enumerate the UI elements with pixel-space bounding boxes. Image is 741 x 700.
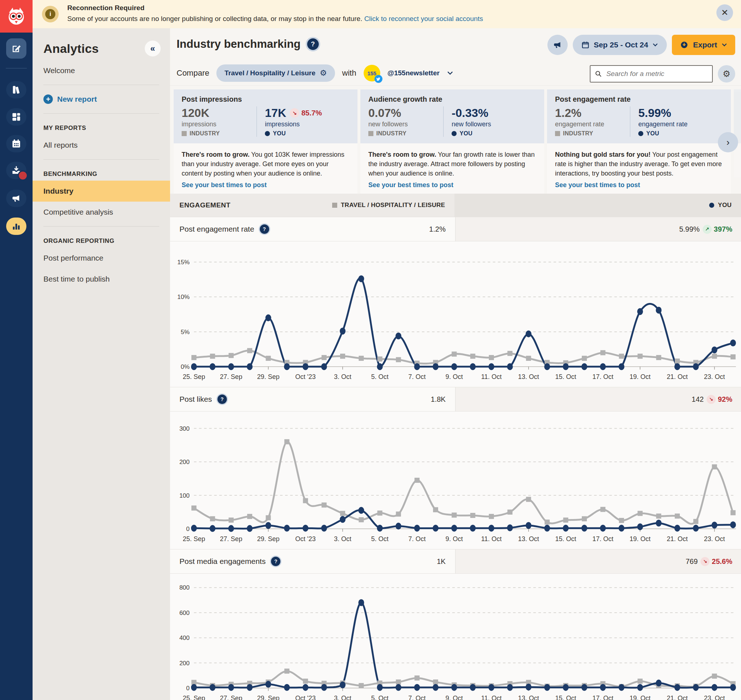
hootsuite-logo[interactable] <box>0 0 32 32</box>
change-value: 85.7% <box>301 109 322 117</box>
chevron-right-icon: › <box>726 137 730 148</box>
best-posts-link[interactable]: See your best times to post <box>555 180 723 190</box>
sidebar-divider <box>43 226 159 226</box>
you-value: -0.33% <box>452 106 536 120</box>
svg-text:7. Oct: 7. Oct <box>408 694 426 700</box>
inbox-nav-button[interactable] <box>6 162 26 179</box>
sidebar-divider <box>43 85 159 85</box>
industry-value: 120K <box>182 106 257 120</box>
svg-text:400: 400 <box>179 634 189 641</box>
industry-unit: new followers <box>368 121 443 128</box>
svg-text:29. Sep: 29. Sep <box>257 535 279 543</box>
svg-text:13. Oct: 13. Oct <box>518 535 539 543</box>
industry-unit: engagement rate <box>555 121 630 128</box>
svg-text:5. Oct: 5. Oct <box>371 535 389 543</box>
cards-next-button[interactable]: › <box>718 132 738 152</box>
compare-label: Compare <box>176 68 209 78</box>
avatar-text: 155 <box>367 70 376 76</box>
svg-text:21. Oct: 21. Oct <box>667 373 688 380</box>
metrics-settings-button[interactable]: ⚙ <box>718 65 735 82</box>
svg-text:Oct '23: Oct '23 <box>295 373 315 380</box>
svg-text:100: 100 <box>179 492 189 499</box>
rail-divider <box>6 68 27 68</box>
megaphone-icon <box>11 193 21 203</box>
date-range-picker[interactable]: Sep 25 - Oct 24 <box>573 35 667 55</box>
svg-text:9. Oct: 9. Oct <box>445 373 463 380</box>
account-avatar[interactable]: 155 <box>364 65 380 81</box>
question-icon: ? <box>307 38 319 50</box>
search-icon <box>595 70 602 78</box>
sidebar-collapse-button[interactable]: « <box>145 41 161 56</box>
metric-help-button[interactable]: ? <box>216 393 228 405</box>
sidebar-item-post-performance[interactable]: Post performance <box>32 247 170 269</box>
sidebar-item-industry[interactable]: Industry <box>32 181 170 201</box>
sidebar-item-competitive-analysis[interactable]: Competitive analysis <box>32 201 170 223</box>
export-label: Export <box>693 41 717 49</box>
svg-text:11. Oct: 11. Oct <box>481 694 502 700</box>
sidebar-divider <box>43 159 159 160</box>
card-post-engagement-rate: Post engagement rate 1.2% engagement rat… <box>547 90 731 194</box>
metric-row-post-likes[interactable]: Post likes ? 1.8K 142 ↘92% <box>170 387 741 412</box>
megaphone-icon <box>553 40 562 50</box>
search-input[interactable] <box>606 69 708 78</box>
svg-text:15. Oct: 15. Oct <box>555 535 577 543</box>
sidebar-item-welcome[interactable]: Welcome <box>32 60 170 81</box>
best-times-link[interactable]: See your best times to post <box>182 180 349 190</box>
dashboard-nav-button[interactable] <box>6 108 26 126</box>
gear-icon: ⚙ <box>723 69 731 79</box>
planner-nav-button[interactable] <box>6 135 26 152</box>
you-value: 5.99% <box>638 106 723 120</box>
card-title: Audience growth rate <box>368 95 536 103</box>
svg-text:11. Oct: 11. Oct <box>481 373 502 380</box>
metric-change: ↘92% <box>707 395 732 404</box>
new-report-button[interactable]: + New report <box>32 89 170 110</box>
compose-button[interactable] <box>6 38 26 59</box>
you-metric-value: 769 <box>686 557 698 566</box>
account-handle[interactable]: @155newsletter <box>387 69 440 77</box>
you-value: 17K <box>265 106 286 120</box>
you-metric-value: 5.99% <box>679 225 700 234</box>
chevron-down-icon <box>722 42 727 48</box>
svg-text:5. Oct: 5. Oct <box>371 373 389 380</box>
info-icon: i <box>42 6 59 22</box>
banner-close-button[interactable]: ✕ <box>716 4 733 21</box>
line-chart: 020040060080025. Sep27. Sep29. SepOct '2… <box>170 574 741 700</box>
metric-row-post-media-engagements[interactable]: Post media engagements ? 1K 769 ↘25.6% <box>170 549 741 574</box>
sidebar-section-my-reports: MY REPORTS <box>32 117 170 135</box>
best-times-link[interactable]: See your best times to post <box>368 180 536 190</box>
chevron-down-icon <box>652 42 658 48</box>
owl-icon <box>5 5 28 28</box>
reconnect-link[interactable]: Click to reconnect your social accounts <box>364 15 483 22</box>
chevron-down-icon[interactable] <box>447 70 453 76</box>
line-chart: 0%5%10%15%25. Sep27. Sep29. SepOct '233.… <box>170 241 741 385</box>
insight-bold: There's room to grow. <box>368 151 436 158</box>
svg-text:5. Oct: 5. Oct <box>371 694 389 700</box>
sidebar-item-best-time-to-publish[interactable]: Best time to publish <box>32 269 170 290</box>
metric-search[interactable] <box>590 65 713 82</box>
metric-help-button[interactable]: ? <box>259 223 270 235</box>
svg-text:0: 0 <box>186 685 189 692</box>
reconnection-banner: i Reconnection Required Some of your acc… <box>32 0 741 28</box>
industry-selector[interactable]: Travel / Hospitality / Leisure ⚙ <box>216 65 335 82</box>
metric-change: ↘25.6% <box>700 557 732 566</box>
you-unit: engagement rate <box>638 121 723 128</box>
page-help-button[interactable]: ? <box>306 37 320 51</box>
compose-icon <box>11 43 22 54</box>
svg-text:Oct '23: Oct '23 <box>295 535 315 543</box>
analytics-nav-button[interactable] <box>6 218 26 235</box>
streams-nav-button[interactable] <box>6 81 26 99</box>
sidebar-item-all-reports[interactable]: All reports <box>32 135 170 156</box>
svg-text:17. Oct: 17. Oct <box>592 694 613 700</box>
amplify-nav-button[interactable] <box>6 190 26 207</box>
svg-text:13. Oct: 13. Oct <box>518 373 539 380</box>
bar-chart-icon <box>11 221 21 231</box>
industry-legend-swatch <box>182 131 187 136</box>
announcements-button[interactable] <box>547 35 568 55</box>
metric-row-post-engagement-rate[interactable]: Post engagement rate ? 1.2% 5.99% ↗397% <box>170 217 741 241</box>
metric-help-button[interactable]: ? <box>270 556 282 567</box>
export-button[interactable]: Export <box>672 35 735 55</box>
insight-bold: Nothing but gold stars for you! <box>555 151 650 158</box>
calendar-icon <box>11 139 21 149</box>
svg-text:19. Oct: 19. Oct <box>629 694 650 700</box>
svg-text:29. Sep: 29. Sep <box>257 694 279 700</box>
